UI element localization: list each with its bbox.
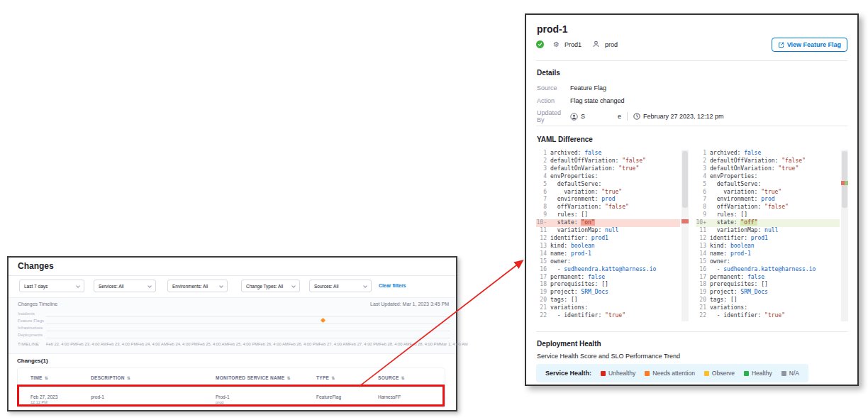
yaml-code: - sudheendra.katte@harness.io xyxy=(710,266,816,274)
yaml-code: defaultOffVariation: "false" xyxy=(550,158,646,165)
yaml-code: defaultServe: xyxy=(710,181,761,189)
timeline-tick: Feb 24, 4:00 PM xyxy=(167,342,198,346)
yaml-line: 17permanent: false xyxy=(696,274,840,282)
timeline-lane: Deployments xyxy=(18,331,450,338)
diff-minimap-right[interactable] xyxy=(841,150,848,321)
yaml-line: 11 variationMap: null xyxy=(696,227,840,235)
line-number: 18 xyxy=(536,281,550,289)
yaml-diff: 1archived: false2defaultOffVariation: "f… xyxy=(536,150,848,321)
change-types-dropdown[interactable]: Change Types: All xyxy=(241,280,300,292)
diff-scrollbar-left[interactable] xyxy=(681,150,689,321)
change-detail-panel: prod-1 ⚙ Prod1 prod View Feature Flag De… xyxy=(525,13,859,386)
environment-label: prod xyxy=(605,41,618,48)
chevron-down-icon xyxy=(76,284,80,288)
yaml-code: state: "off" xyxy=(710,219,757,227)
yaml-code: defaultOnVariation: "true" xyxy=(550,165,639,173)
detail-title: prod-1 xyxy=(537,23,568,35)
column-header-label: DESCRIPTION xyxy=(91,375,125,380)
yaml-line: 8 offVariation: "false" xyxy=(696,204,840,211)
yaml-right-code: 1archived: false2defaultOffVariation: "f… xyxy=(696,150,840,321)
detail-row-source: Source Feature Flag xyxy=(537,84,606,92)
line-number: 20 xyxy=(696,297,710,304)
yaml-diff-before-panel: 1archived: false2defaultOffVariation: "f… xyxy=(536,150,689,321)
line-number: 2 xyxy=(696,158,710,165)
scrollbar-thumb[interactable] xyxy=(842,151,847,208)
line-number: 1 xyxy=(696,150,710,158)
changes-timeline-section: Changes Timeline Last Updated: Mar 1, 20… xyxy=(9,297,456,354)
yaml-code: offVariation: "false" xyxy=(550,204,629,211)
cell-description: prod-1 xyxy=(91,394,216,404)
legend-label: Healthy xyxy=(752,370,772,377)
yaml-left-code: 1archived: false2defaultOffVariation: "f… xyxy=(536,150,680,321)
yaml-code: variation: "true" xyxy=(710,189,781,197)
timeline-lane-label: Incidents xyxy=(18,311,46,316)
yaml-line: 21variations: xyxy=(536,304,680,312)
yaml-line: 12identifier: prod1 xyxy=(696,235,840,243)
legend-swatch xyxy=(601,371,606,376)
time-range-dropdown[interactable]: Last 7 days xyxy=(19,280,84,292)
status-success-icon xyxy=(536,40,544,48)
scrollbar-thumb[interactable] xyxy=(682,151,688,208)
line-number: 18 xyxy=(696,281,710,289)
yaml-line: 4envProperties: xyxy=(536,173,680,181)
view-feature-flag-button[interactable]: View Feature Flag xyxy=(772,38,847,52)
timeline-tick: Feb 24, 4:00 AM xyxy=(137,342,167,346)
yaml-code: environment: prod xyxy=(550,196,616,204)
sort-icon[interactable]: ⇅ xyxy=(45,375,48,380)
timeline-lane: Incidents xyxy=(18,310,450,317)
legend-item: N/A xyxy=(781,370,799,377)
changes-table-row[interactable]: Feb 27, 2023 12:12 PM prod-1 Prod-1 prod… xyxy=(18,390,445,404)
line-number: 16 xyxy=(536,266,550,274)
change-event-marker[interactable] xyxy=(321,318,326,323)
line-number: 7 xyxy=(536,196,550,204)
yaml-code: tags: [] xyxy=(710,297,738,304)
sort-icon[interactable]: ⇅ xyxy=(401,375,405,380)
sources-value: Sources: All xyxy=(314,284,338,289)
column-header[interactable]: SOURCE⇅ xyxy=(378,375,445,380)
yaml-line: 6 variation: "true" xyxy=(696,189,840,197)
yaml-code: rules: [] xyxy=(710,211,747,219)
legend-swatch xyxy=(704,371,709,376)
sort-icon[interactable]: ⇅ xyxy=(331,375,335,380)
yaml-line: 15owner: xyxy=(696,258,840,266)
column-header[interactable]: TIME⇅ xyxy=(18,375,91,380)
column-header[interactable]: DESCRIPTION⇅ xyxy=(91,375,216,380)
yaml-code: defaultOffVariation: "false" xyxy=(710,158,806,165)
last-updated-label: Last Updated: Mar 1, 2023 3:45 PM xyxy=(370,302,449,306)
yaml-code: archived: false xyxy=(710,150,761,158)
cell-time: Feb 27, 2023 12:12 PM xyxy=(18,394,91,404)
yaml-line: 7 environment: prod xyxy=(696,196,840,204)
line-number: 3 xyxy=(696,165,710,173)
environments-dropdown[interactable]: Environments: All xyxy=(167,280,228,292)
line-number: 4 xyxy=(536,173,550,181)
clear-filters-link[interactable]: Clear filters xyxy=(379,283,406,288)
line-number: 21 xyxy=(536,304,550,312)
services-dropdown[interactable]: Services: All xyxy=(94,280,156,292)
timeline-tick: Feb 25, 4:00 AM xyxy=(198,342,228,346)
yaml-code: variationMap: null xyxy=(710,227,778,235)
yaml-code: archived: false xyxy=(550,150,601,158)
line-number: 13 xyxy=(536,243,550,250)
sort-icon[interactable]: ⇅ xyxy=(286,375,290,380)
yaml-code: kind: boolean xyxy=(710,243,755,250)
service-health-legend: Service Health: UnhealthyNeeds attention… xyxy=(536,364,808,382)
legend-swatch xyxy=(744,371,749,376)
timeline-tick: Feb 26, 4:00 PM xyxy=(289,342,319,346)
yaml-line: 10+ state: "off" xyxy=(696,219,840,227)
sources-dropdown[interactable]: Sources: All xyxy=(309,280,372,292)
column-header[interactable]: TYPE⇅ xyxy=(316,375,378,380)
line-number: 16 xyxy=(696,266,710,274)
yaml-code: kind: boolean xyxy=(550,243,595,250)
line-number: 8 xyxy=(536,204,550,211)
timeline-lanes: IncidentsFeature FlagsInfrastructureDepl… xyxy=(18,310,450,338)
divider xyxy=(627,112,628,121)
column-header[interactable]: MONITORED SERVICE NAME⇅ xyxy=(216,375,316,380)
yaml-line: 9 rules: [] xyxy=(536,211,680,219)
line-number: 3 xyxy=(536,165,550,173)
line-number: 8 xyxy=(696,204,710,211)
line-number: 1 xyxy=(536,150,550,158)
time-range-value: Last 7 days xyxy=(24,284,48,289)
line-number: 17 xyxy=(696,274,710,282)
sort-icon[interactable]: ⇅ xyxy=(127,375,130,380)
diff-marker-removed xyxy=(681,219,689,223)
